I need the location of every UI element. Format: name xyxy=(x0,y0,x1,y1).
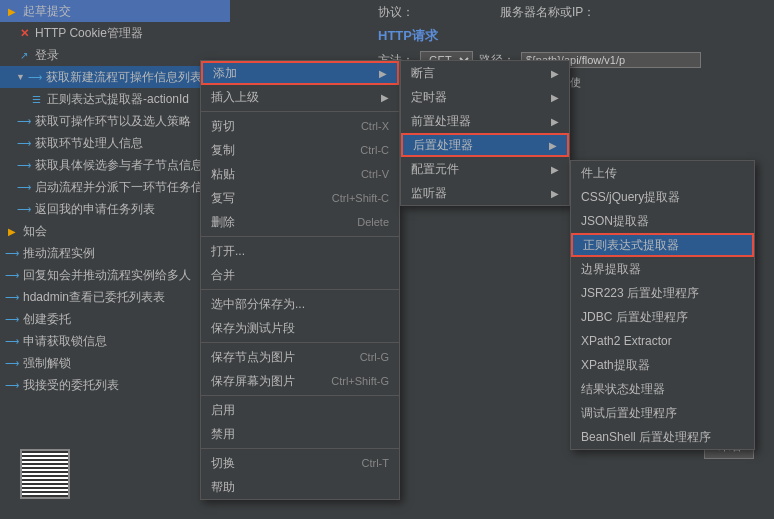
arrow-icon: ⟶ xyxy=(16,201,32,217)
submenu-item-assertion[interactable]: 断言 ▶ xyxy=(401,61,569,85)
menu-item-rewrite[interactable]: 复写 Ctrl+Shift-C xyxy=(201,186,399,210)
submenu-label: 后置处理器 xyxy=(413,137,473,154)
menu-item-copy[interactable]: 复制 Ctrl-C xyxy=(201,138,399,162)
submenu-label: 正则表达式提取器 xyxy=(583,237,679,254)
submenu-item-post-processor[interactable]: 后置处理器 ▶ xyxy=(401,133,569,157)
submenu-arrow: ▶ xyxy=(551,188,559,199)
submenu-label: BeanShell 后置处理程序 xyxy=(581,429,711,446)
arrow-icon: ⟶ xyxy=(4,267,20,283)
tree-item-http-cookie[interactable]: ✕ HTTP Cookie管理器 xyxy=(0,22,230,44)
shortcut: Ctrl+Shift-G xyxy=(331,375,389,387)
tree-item-create-delegate[interactable]: ⟶ 创建委托 xyxy=(0,308,230,330)
submenu-item-pre-processor[interactable]: 前置处理器 ▶ xyxy=(401,109,569,133)
tree-item-zhidao[interactable]: ▶ 知会 xyxy=(0,220,230,242)
menu-item-help[interactable]: 帮助 xyxy=(201,475,399,499)
left-tree-panel: ▶ 起草提交 ✕ HTTP Cookie管理器 ↗ 登录 ▼ ⟶ 获取新建流程可… xyxy=(0,0,230,519)
menu-item-disable[interactable]: 禁用 xyxy=(201,422,399,446)
tree-item-login[interactable]: ↗ 登录 xyxy=(0,44,230,66)
expand-icon: ▼ xyxy=(16,72,25,82)
submenu-item-file-upload[interactable]: 件上传 xyxy=(571,161,754,185)
protocol-row: 协议： 服务器名称或IP： xyxy=(370,0,774,25)
menu-label: 保存为测试片段 xyxy=(211,320,295,337)
tree-label: 启动流程并分派下一环节任务信 xyxy=(35,179,203,196)
submenu-label: 定时器 xyxy=(411,89,447,106)
submenu-item-css-jquery[interactable]: CSS/jQuery提取器 xyxy=(571,185,754,209)
tree-item-apply-lock[interactable]: ⟶ 申请获取锁信息 xyxy=(0,330,230,352)
menu-item-add[interactable]: 添加 ▶ xyxy=(201,61,399,85)
tree-item-get-new[interactable]: ▼ ⟶ 获取新建流程可操作信息列表 xyxy=(0,66,230,88)
submenu-arrow: ▶ xyxy=(549,140,557,151)
submenu-item-jsr223[interactable]: JSR223 后置处理程序 xyxy=(571,281,754,305)
menu-item-merge[interactable]: 合并 xyxy=(201,263,399,287)
tree-item-force-unlock[interactable]: ⟶ 强制解锁 xyxy=(0,352,230,374)
arrow-icon: ⟶ xyxy=(16,135,32,151)
submenu-item-debug-post[interactable]: 调试后置处理程序 xyxy=(571,401,754,425)
menu-item-paste[interactable]: 粘贴 Ctrl-V xyxy=(201,162,399,186)
submenu-label: 件上传 xyxy=(581,165,617,182)
submenu-item-listener[interactable]: 监听器 ▶ xyxy=(401,181,569,205)
menu-label: 复制 xyxy=(211,142,235,159)
submenu-label: 前置处理器 xyxy=(411,113,471,130)
tree-item-received-tasks[interactable]: ⟶ 我接受的委托列表 xyxy=(0,374,230,396)
tree-item-hdadmin[interactable]: ⟶ hdadmin查看已委托列表表 xyxy=(0,286,230,308)
menu-item-open[interactable]: 打开... xyxy=(201,239,399,263)
submenu-item-config-element[interactable]: 配置元件 ▶ xyxy=(401,157,569,181)
menu-item-delete[interactable]: 删除 Delete xyxy=(201,210,399,234)
submenu-item-timer[interactable]: 定时器 ▶ xyxy=(401,85,569,109)
tree-item-return-tasks[interactable]: ⟶ 返回我的申请任务列表 xyxy=(0,198,230,220)
tree-label: 获取新建流程可操作信息列表 xyxy=(46,69,202,86)
menu-item-insert-parent[interactable]: 插入上级 ▶ xyxy=(201,85,399,109)
tree-item-reply-zhidao[interactable]: ⟶ 回复知会并推动流程实例给多人 xyxy=(0,264,230,286)
x-icon: ✕ xyxy=(16,25,32,41)
tree-item-get-ops[interactable]: ⟶ 获取可操作环节以及选人策略 xyxy=(0,110,230,132)
separator-4 xyxy=(201,342,399,343)
arrow-icon: ⟶ xyxy=(16,157,32,173)
menu-label: 打开... xyxy=(211,243,245,260)
submenu-item-result-status[interactable]: 结果状态处理器 xyxy=(571,377,754,401)
tree-item-get-candidates[interactable]: ⟶ 获取具体候选参与者子节点信息 xyxy=(0,154,230,176)
submenu-item-beanshell[interactable]: BeanShell 后置处理程序 xyxy=(571,425,754,449)
shortcut: Ctrl-T xyxy=(362,457,390,469)
shortcut: Ctrl-V xyxy=(361,168,389,180)
menu-item-save-test[interactable]: 保存为测试片段 xyxy=(201,316,399,340)
tree-item-push-flow[interactable]: ⟶ 推动流程实例 xyxy=(0,242,230,264)
arrow-icon: ⟶ xyxy=(4,377,20,393)
tree-label: 我接受的委托列表 xyxy=(23,377,119,394)
tree-label: 登录 xyxy=(35,47,59,64)
tree-item-get-loop[interactable]: ⟶ 获取环节处理人信息 xyxy=(0,132,230,154)
submenu-label: XPath2 Extractor xyxy=(581,334,672,348)
menu-label: 选中部分保存为... xyxy=(211,296,305,313)
separator-2 xyxy=(201,236,399,237)
submenu-arrow: ▶ xyxy=(381,92,389,103)
menu-item-toggle[interactable]: 切换 Ctrl-T xyxy=(201,451,399,475)
menu-item-cut[interactable]: 剪切 Ctrl-X xyxy=(201,114,399,138)
shortcut: Ctrl-X xyxy=(361,120,389,132)
submenu-item-xpath[interactable]: XPath提取器 xyxy=(571,353,754,377)
menu-item-save-screen-img[interactable]: 保存屏幕为图片 Ctrl+Shift-G xyxy=(201,369,399,393)
submenu-item-jdbc[interactable]: JDBC 后置处理程序 xyxy=(571,305,754,329)
submenu-arrow: ▶ xyxy=(379,68,387,79)
tree-item-start-flow[interactable]: ⟶ 启动流程并分派下一环节任务信 xyxy=(0,176,230,198)
tree-label: 回复知会并推动流程实例给多人 xyxy=(23,267,191,284)
shortcut: Ctrl-C xyxy=(360,144,389,156)
http-request-title: HTTP请求 xyxy=(370,25,774,47)
menu-item-save-part[interactable]: 选中部分保存为... xyxy=(201,292,399,316)
tree-item-qidao[interactable]: ▶ 起草提交 xyxy=(0,0,230,22)
submenu-item-regex-extractor[interactable]: 正则表达式提取器 xyxy=(571,233,754,257)
menu-label: 保存屏幕为图片 xyxy=(211,373,295,390)
submenu-add: 断言 ▶ 定时器 ▶ 前置处理器 ▶ 后置处理器 ▶ 配置元件 ▶ 监听器 ▶ xyxy=(400,60,570,206)
menu-label: 禁用 xyxy=(211,426,235,443)
submenu-item-xpath2[interactable]: XPath2 Extractor xyxy=(571,329,754,353)
arrow-icon: ↗ xyxy=(16,47,32,63)
submenu-label: JDBC 后置处理程序 xyxy=(581,309,688,326)
submenu-item-json-extractor[interactable]: JSON提取器 xyxy=(571,209,754,233)
menu-label: 粘贴 xyxy=(211,166,235,183)
menu-item-enable[interactable]: 启用 xyxy=(201,398,399,422)
arrow-icon: ⟶ xyxy=(4,245,20,261)
submenu-item-boundary-extractor[interactable]: 边界提取器 xyxy=(571,257,754,281)
submenu-arrow: ▶ xyxy=(551,116,559,127)
arrow-icon: ⟶ xyxy=(16,113,32,129)
menu-item-save-node-img[interactable]: 保存节点为图片 Ctrl-G xyxy=(201,345,399,369)
tree-item-regex[interactable]: ☰ 正则表达式提取器-actionId xyxy=(0,88,230,110)
triangle-icon: ▶ xyxy=(4,3,20,19)
